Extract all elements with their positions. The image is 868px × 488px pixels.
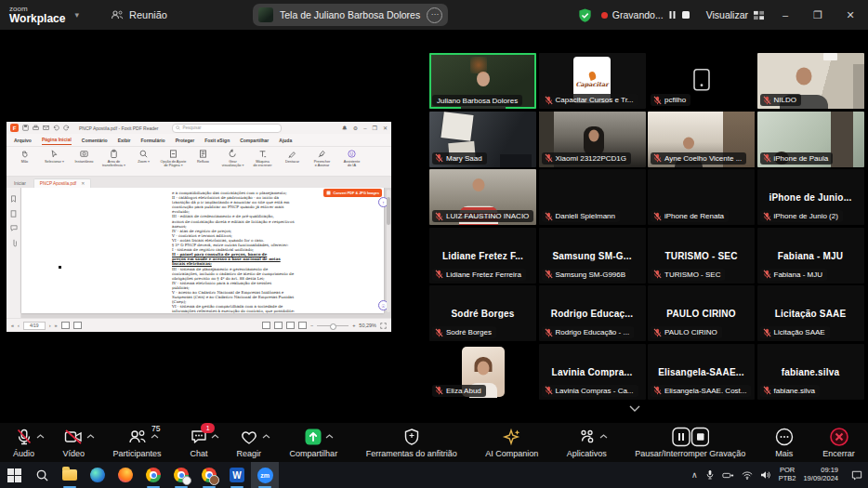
- toolbar-ai-companion-button[interactable]: AI Companion: [483, 427, 540, 458]
- taskbar-firefox-icon[interactable]: [112, 462, 139, 488]
- zoom-out-icon[interactable]: −: [310, 323, 313, 328]
- continuous-page-icon[interactable]: [274, 322, 283, 329]
- security-shield-icon[interactable]: [577, 7, 593, 23]
- redo-icon[interactable]: [63, 125, 70, 131]
- chevron-up-icon[interactable]: [599, 434, 608, 439]
- zoom-percent[interactable]: 50,29%: [359, 323, 376, 328]
- pdf-tool-destacar[interactable]: Destacar: [278, 149, 307, 164]
- chevron-up-icon[interactable]: [262, 434, 270, 439]
- tab-document[interactable]: PNCP Apostila.pdf ✕: [33, 178, 91, 188]
- attachments-icon[interactable]: [11, 239, 17, 247]
- bookmarks-icon[interactable]: [10, 195, 17, 203]
- chevron-up-icon[interactable]: [151, 434, 159, 439]
- taskbar-chrome-avatar-icon[interactable]: [195, 462, 223, 488]
- email-icon[interactable]: [43, 125, 49, 131]
- participant-tile-turismo-sec[interactable]: TURISMO - SECTURISMO - SEC: [648, 228, 755, 284]
- taskbar-chrome-icon[interactable]: [139, 462, 167, 488]
- pdf-tool-zoom[interactable]: Zoom ▾: [129, 149, 158, 164]
- taskbar-edge-icon[interactable]: [84, 462, 112, 488]
- tray-device-icon[interactable]: [722, 471, 734, 480]
- participant-tile-capacitar-cursos-e-tr[interactable]: CapacitarCapacitar Cursos e Tr...: [539, 53, 646, 109]
- participant-tile-fabiana-mju[interactable]: Fabiana - MJUFabiana - MJU: [757, 228, 864, 284]
- pause-recording-icon[interactable]: [668, 10, 677, 20]
- zoom-in-icon[interactable]: +: [352, 323, 355, 328]
- chevron-up-icon[interactable]: [325, 434, 334, 439]
- shared-screen-pill[interactable]: Tela de Juliano Barbosa Dolores ⋯: [253, 4, 448, 26]
- tab-start[interactable]: Iniciar: [7, 181, 33, 188]
- tray-expand-icon[interactable]: ∧: [691, 470, 698, 480]
- taskbar-word-icon[interactable]: W: [223, 462, 251, 488]
- pdf-menu-coment-rio[interactable]: Comentário: [82, 136, 108, 145]
- bell-icon[interactable]: 🔔︎: [342, 125, 348, 131]
- pdf-menu-formul-rio[interactable]: Formulário: [141, 136, 165, 145]
- participant-tile-iphone-de-junio-2[interactable]: iPhone de Junio...iPhone de Junio (2): [757, 169, 864, 225]
- save-icon[interactable]: [22, 125, 29, 131]
- comments-icon[interactable]: [10, 225, 18, 231]
- pdf-menu-foxit-esign[interactable]: Foxit eSign: [204, 136, 230, 145]
- pdf-menu-exibir[interactable]: Exibir: [118, 136, 131, 145]
- toolbar-react-button[interactable]: Reagir: [235, 427, 264, 458]
- facing-page-icon[interactable]: [286, 322, 295, 329]
- gear-icon[interactable]: ⚙: [353, 125, 358, 131]
- pill-options-icon[interactable]: ⋯: [427, 7, 442, 23]
- participant-tile-paulo-cirino[interactable]: PAULO CIRINOPAULO CIRINO: [648, 285, 755, 341]
- participant-tile-mary-saad[interactable]: Mary Saad: [429, 112, 536, 167]
- next-page-icon[interactable]: ›: [49, 323, 51, 328]
- prev-page-icon[interactable]: ‹: [18, 323, 20, 328]
- participant-tile-sodr-borges[interactable]: Sodré BorgesSodré Borges: [429, 285, 536, 341]
- pdf-tool-girar-visualiza-o[interactable]: Girarvisualização ▾: [218, 149, 247, 167]
- grid-more-chevron[interactable]: [626, 402, 643, 414]
- toolbar-host-tools-button[interactable]: Ferramentas do anfitrião: [364, 427, 459, 458]
- taskbar-zoom-icon[interactable]: zm: [251, 462, 279, 488]
- pdf-tool-preencher-e-assinar[interactable]: Preenchere Assinar: [308, 149, 336, 167]
- pdf-menu-ajuda[interactable]: Ajuda: [279, 136, 292, 145]
- clipboard-view-icon[interactable]: [61, 322, 70, 329]
- pdf-search-box[interactable]: Pesquisar: [172, 124, 282, 133]
- participant-tile-rodrigo-educa-o[interactable]: Rodrigo Educaç...Rodrigo Educação - ...: [539, 285, 646, 341]
- first-page-icon[interactable]: «: [11, 323, 14, 328]
- pdf-tool-m-o[interactable]: Mão: [10, 149, 39, 164]
- tray-mic-icon[interactable]: [705, 469, 715, 481]
- view-button[interactable]: Visualizar: [706, 9, 765, 20]
- pdf-tool-op-o-de-ajuste-de-p-gina[interactable]: Opção de Ajustede Página ▾: [159, 149, 188, 167]
- taskbar-start-icon[interactable]: [0, 462, 28, 488]
- participant-tile-elisangela-saae-cost[interactable]: Elisangela-SAAE...Elisangela-SAAE. Cost.…: [648, 344, 755, 400]
- tray-language[interactable]: PORPTB2: [779, 467, 796, 482]
- action-center-icon[interactable]: [851, 470, 862, 481]
- toolbar-end-button[interactable]: Encerrar: [821, 427, 857, 458]
- participant-tile-licita-o-saae[interactable]: Licitação SAAELicitação SAAE: [757, 285, 864, 341]
- participant-tile-eliza-abud[interactable]: Eliza Abud: [429, 344, 536, 400]
- pdf-scrollbar[interactable]: [387, 190, 390, 312]
- toolbar-share-button[interactable]: Compartilhar: [288, 427, 340, 458]
- minimize-button[interactable]: –: [773, 0, 797, 30]
- pdf-menu-arquivo[interactable]: Arquivo: [14, 136, 32, 145]
- close-button[interactable]: ✕: [838, 0, 862, 30]
- toolbar-chat-button[interactable]: 1Chat: [188, 427, 210, 458]
- tab-meeting[interactable]: Reunião: [111, 9, 167, 20]
- convert-pdf-badge[interactable]: Convert PDF & JPG Images: [323, 189, 382, 197]
- single-page-icon[interactable]: [262, 322, 270, 329]
- pdf-menu-proteger[interactable]: Proteger: [176, 136, 195, 145]
- tray-wifi-icon[interactable]: [742, 471, 753, 480]
- pdf-tool-m-quina-de-escrever[interactable]: Máquinade escrever: [248, 149, 277, 167]
- fullscreen-icon[interactable]: [380, 323, 387, 329]
- pdf-tool-rea-de-transfer-ncia[interactable]: Área detransferência ▾: [99, 149, 128, 167]
- toolbar-audio-button[interactable]: Áudio: [11, 427, 36, 458]
- participant-tile-fabiane-silva[interactable]: fabiane.silvafabiane.silva: [757, 344, 864, 400]
- participant-tile-samsung-sm-g996b[interactable]: Samsung SM-G...Samsung SM-G996B: [539, 228, 646, 284]
- participant-tile-xiaomi-23122pcd1g[interactable]: Xiaomi 23122PCD1G: [539, 112, 646, 167]
- chevron-up-icon[interactable]: [211, 434, 219, 439]
- pdf-tool-assistente-de-ia[interactable]: Assistentede IA: [337, 149, 366, 167]
- toolbar-video-button[interactable]: Vídeo: [61, 427, 87, 458]
- participant-tile-juliano-barbosa-dolores[interactable]: Juliano Barbosa Dolores: [429, 53, 536, 109]
- zoom-slider[interactable]: [317, 325, 349, 326]
- participant-tile-nildo[interactable]: NILDO: [757, 53, 864, 109]
- pdf-menu-compartilhar[interactable]: Compartilhar: [240, 136, 269, 145]
- participant-tile-lidiane-fretez-ferreira[interactable]: Lidiane Fretez F...Lidiane Fretez Ferrei…: [429, 228, 536, 284]
- pdf-tool-refluxo[interactable]: Refluxo: [189, 149, 217, 164]
- book-view-icon[interactable]: [298, 322, 307, 329]
- taskbar-chrome-badge-icon[interactable]: [167, 462, 195, 488]
- pdf-close-button[interactable]: ✕: [383, 125, 388, 131]
- chevron-up-icon[interactable]: [86, 434, 95, 439]
- toolbar-pause-stop-recording-button[interactable]: Pausar/Interromper Gravação: [633, 427, 747, 458]
